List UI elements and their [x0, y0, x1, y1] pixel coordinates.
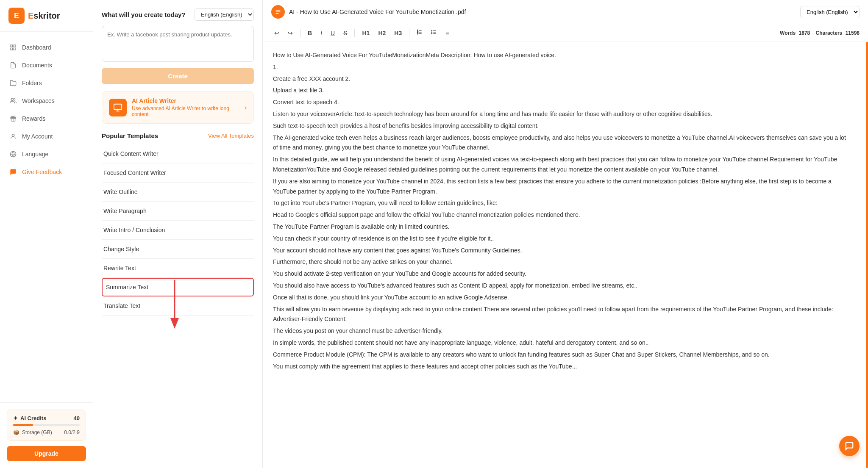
word-count-label: Words [780, 30, 796, 36]
scroll-bar-orange [866, 42, 868, 468]
credits-row: ✦ AI Credits 40 [13, 415, 80, 421]
underline-button[interactable]: U [328, 28, 338, 38]
my-account-icon [9, 133, 17, 140]
middle-panel: What will you create today? English (Eng… [93, 0, 263, 468]
create-header: What will you create today? English (Eng… [102, 8, 254, 21]
svg-rect-1 [14, 45, 16, 47]
svg-point-4 [11, 98, 13, 100]
main-content: What will you create today? English (Eng… [93, 0, 868, 468]
toolbar-separator-2 [354, 29, 355, 37]
create-textarea[interactable] [102, 26, 254, 62]
svg-rect-9 [114, 104, 122, 109]
create-title: What will you create today? [102, 11, 186, 18]
sidebar-nav: Dashboard Documents Folders Workspaces R… [0, 32, 93, 402]
italic-button[interactable]: I [317, 28, 325, 38]
template-item-write-outline[interactable]: Write Outline [102, 183, 254, 202]
h2-button[interactable]: H2 [375, 28, 389, 38]
editor-content: How to Use AI-Generated Voice For YouTub… [273, 50, 858, 371]
view-all-link[interactable]: View All Templates [208, 133, 254, 139]
svg-rect-2 [11, 48, 13, 50]
word-count: Words 1878 Characters 11598 [780, 30, 860, 36]
logo-icon: E [8, 8, 25, 24]
upgrade-button[interactable]: Upgrade [7, 446, 86, 461]
sidebar-item-give-feedback[interactable]: Give Feedback [0, 163, 93, 181]
strikethrough-button[interactable]: S [340, 28, 350, 38]
credits-bar-wrap [13, 424, 80, 426]
sidebar-item-my-account[interactable]: My Account [0, 127, 93, 145]
toolbar-separator [300, 29, 300, 37]
templates-header: Popular Templates View All Templates [102, 132, 254, 139]
template-item-write-intro-conclusion[interactable]: Write Intro / Conclusion [102, 221, 254, 240]
dashboard-icon [9, 44, 17, 51]
sidebar-item-label: My Account [22, 133, 53, 140]
svg-point-28 [431, 33, 432, 34]
editor-doc-title: AI - How to Use AI-Generated Voice For Y… [289, 8, 466, 15]
template-item-translate-text[interactable]: Translate Text [102, 296, 254, 316]
sidebar-item-dashboard[interactable]: Dashboard [0, 39, 93, 56]
storage-icon: 📦 [13, 429, 19, 435]
sidebar-item-label: Workspaces [22, 97, 55, 104]
logo-text-span: E [28, 11, 33, 20]
editor-toolbar: ↩ ↪ B I U S H1 H2 H3 123 ≡ Words 1878 [263, 24, 868, 42]
editor-panel: AI - How to Use AI-Generated Voice For Y… [263, 0, 868, 468]
language-icon [9, 150, 17, 158]
storage-row: 📦 Storage (GB) 0.0/2.9 [13, 429, 80, 435]
banner-icon [109, 99, 127, 116]
storage-text: Storage (GB) [22, 429, 52, 435]
sidebar-item-rewards[interactable]: Rewards [0, 110, 93, 127]
workspaces-icon [9, 97, 17, 105]
editor-body[interactable]: How to Use AI-Generated Voice For YouTub… [263, 42, 868, 468]
template-item-write-paragraph[interactable]: Write Paragraph [102, 202, 254, 221]
logo-text: Eskritor [28, 11, 60, 21]
editor-avatar [271, 5, 285, 19]
sidebar-item-workspaces[interactable]: Workspaces [0, 92, 93, 110]
char-count-label: Characters [816, 30, 843, 36]
svg-text:3: 3 [417, 33, 418, 35]
rewards-icon [9, 115, 17, 122]
bold-button[interactable]: B [305, 28, 315, 38]
sidebar-item-label: Language [22, 151, 48, 158]
documents-icon [9, 61, 17, 69]
unordered-list-button[interactable] [428, 28, 440, 38]
template-item-rewrite-text[interactable]: Rewrite Text [102, 259, 254, 278]
sidebar-item-folders[interactable]: Folders [0, 74, 93, 92]
logo-area: E Eskritor [0, 0, 93, 32]
sidebar-item-label: Folders [22, 80, 42, 86]
template-item-focused-content-writer[interactable]: Focused Content Writer [102, 163, 254, 183]
template-item-summarize-text[interactable]: Summarize Text [102, 278, 254, 296]
templates-title: Popular Templates [102, 132, 158, 139]
banner-title: AI Article Writer [132, 97, 239, 104]
sidebar-item-label: Give Feedback [22, 169, 62, 175]
svg-rect-0 [11, 45, 13, 47]
sidebar-item-label: Documents [22, 62, 52, 69]
folders-icon [9, 79, 17, 87]
word-count-value: 1878 [799, 30, 810, 36]
chat-fab-button[interactable] [839, 436, 860, 456]
svg-point-27 [431, 32, 432, 33]
editor-language-selector[interactable]: English (English) [800, 6, 860, 18]
logo: E Eskritor [8, 8, 84, 24]
undo-button[interactable]: ↩ [271, 28, 282, 38]
char-count-value: 11598 [846, 30, 860, 36]
sidebar-item-label: Dashboard [22, 44, 51, 51]
redo-button[interactable]: ↪ [285, 28, 296, 38]
editor-header: AI - How to Use AI-Generated Voice For Y… [263, 0, 868, 24]
sidebar-item-documents[interactable]: Documents [0, 56, 93, 74]
template-item-change-style[interactable]: Change Style [102, 240, 254, 259]
align-button[interactable]: ≡ [442, 28, 452, 38]
storage-value: 0.0/2.9 [64, 429, 80, 435]
sidebar-item-language[interactable]: Language [0, 145, 93, 163]
template-item-quick-content-writer[interactable]: Quick Content Writer [102, 144, 254, 163]
banner-desc: Use advanced AI Article Writer to write … [132, 105, 239, 117]
svg-point-26 [431, 30, 432, 31]
storage-label: 📦 Storage (GB) [13, 429, 52, 435]
language-selector[interactable]: English (English) [195, 8, 254, 21]
ai-article-banner[interactable]: AI Article Writer Use advanced AI Articl… [102, 91, 254, 124]
h1-button[interactable]: H1 [359, 28, 373, 38]
svg-marker-13 [170, 318, 179, 329]
ordered-list-button[interactable]: 123 [414, 28, 426, 38]
h3-button[interactable]: H3 [391, 28, 405, 38]
credits-bar [13, 424, 33, 426]
sidebar: E Eskritor Dashboard Documents Folders [0, 0, 93, 468]
create-button[interactable]: Create [102, 68, 254, 84]
